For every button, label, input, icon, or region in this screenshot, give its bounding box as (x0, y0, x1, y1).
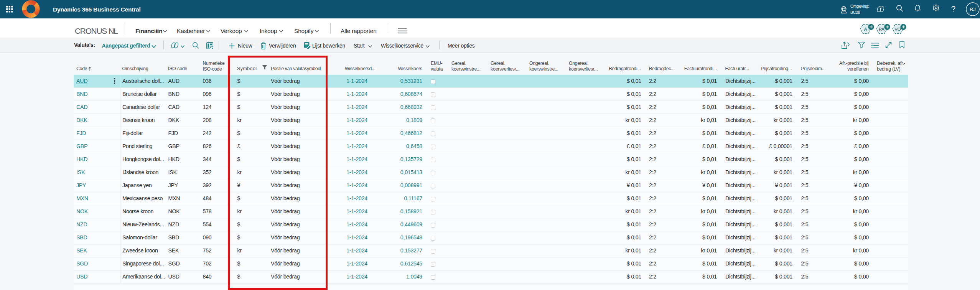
svg-text:VO: VO (894, 27, 901, 31)
svg-text:PA: PA (879, 27, 884, 31)
svg-text:RJ: RJ (970, 7, 975, 12)
svg-text:A: A (864, 27, 867, 31)
